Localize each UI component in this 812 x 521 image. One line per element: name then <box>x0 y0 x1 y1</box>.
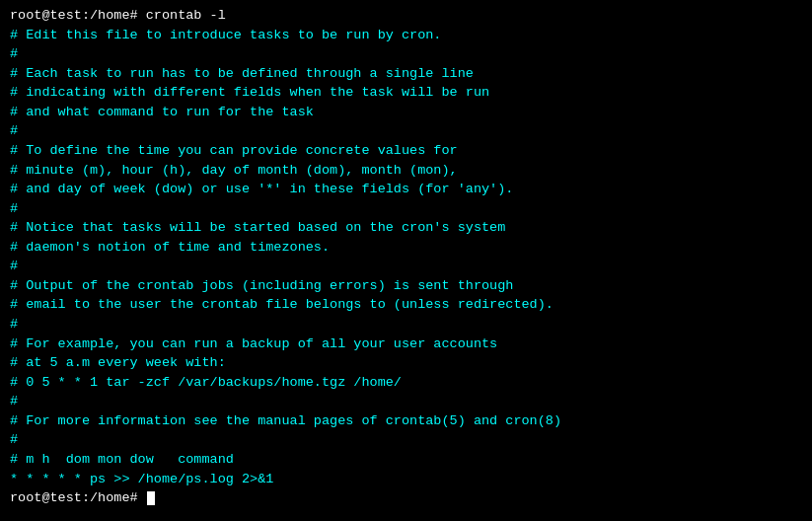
terminal-line: # <box>10 315 802 335</box>
terminal-line: # For example, you can run a backup of a… <box>10 335 802 354</box>
cursor <box>147 491 155 505</box>
terminal-line: # at 5 a.m every week with: <box>10 353 802 373</box>
terminal-line: # <box>10 199 802 219</box>
terminal-line: # Edit this file to introduce tasks to b… <box>10 26 802 45</box>
terminal-line: # Each task to run has to be defined thr… <box>10 64 802 84</box>
terminal-line: root@test:/home# crontab -l <box>10 6 802 26</box>
terminal-line: # <box>10 392 802 411</box>
terminal-line: # m h dom mon dow command <box>10 450 802 470</box>
terminal-line: # <box>10 44 802 64</box>
terminal-line: # <box>10 430 802 450</box>
terminal-line: # 0 5 * * 1 tar -zcf /var/backups/home.t… <box>10 373 802 393</box>
terminal-line: # For more information see the manual pa… <box>10 411 802 431</box>
terminal-line: * * * * * ps >> /home/ps.log 2>&1 <box>10 470 802 489</box>
terminal-line: # <box>10 121 802 141</box>
terminal-line: # Output of the crontab jobs (including … <box>10 276 802 296</box>
terminal-line: # and day of week (dow) or use '*' in th… <box>10 180 802 199</box>
terminal-line: # Notice that tasks will be started base… <box>10 218 802 238</box>
terminal-line: root@test:/home# <box>10 488 802 508</box>
terminal-line: # To define the time you can provide con… <box>10 141 802 161</box>
terminal-line: # indicating with different fields when … <box>10 83 802 103</box>
terminal-line: # and what command to run for the task <box>10 103 802 122</box>
terminal-line: # <box>10 257 802 276</box>
terminal-line: # email to the user the crontab file bel… <box>10 295 802 315</box>
terminal-line: # minute (m), hour (h), day of month (do… <box>10 161 802 181</box>
terminal[interactable]: root@test:/home# crontab -l # Edit this … <box>0 0 812 521</box>
terminal-line: # daemon's notion of time and timezones. <box>10 238 802 258</box>
